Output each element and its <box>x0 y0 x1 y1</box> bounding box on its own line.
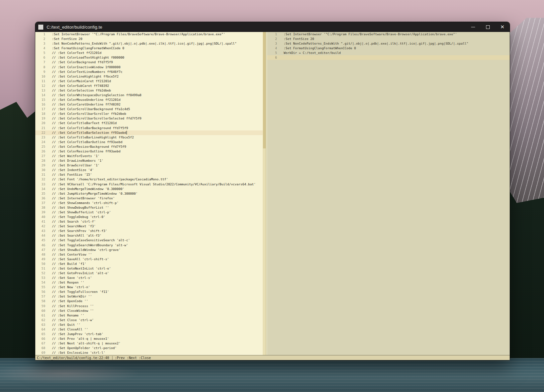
code-line[interactable]: 66// :Set Prev 'alt-q | mousex1' <box>35 336 263 341</box>
code-line[interactable]: 20// :Set ColorTitleBarText ff21201d <box>35 121 263 125</box>
code-line[interactable]: 26// :Set ColorResizerOutline ff93aebd <box>35 149 263 154</box>
status-commands[interactable]: :Prev :Next :Close <box>115 356 151 360</box>
code-line[interactable]: 27// :Set WaitForEvents '1' <box>35 154 263 158</box>
code-line[interactable]: 58// :Set OpenCode '' <box>35 299 263 303</box>
maximize-button[interactable] <box>480 22 495 32</box>
code-line[interactable]: 68// :Set OpenUpFolder 'ctrl-period' <box>35 346 263 350</box>
code-line[interactable]: 6// :Set ColorLoadTextHighlight f000000 <box>35 55 263 60</box>
build-output-pane[interactable]: 1:Set InternetBrowser '"C:/Program Files… <box>267 32 510 355</box>
code-line[interactable]: 45// :Set ToggleCaseSensitiveSearch 'alt… <box>35 238 263 243</box>
code-line[interactable]: 65// :Set JumpPrev 'ctrl-tab' <box>35 332 263 336</box>
line-number: 3 <box>35 41 47 46</box>
scrollbar-thumb[interactable] <box>263 32 266 148</box>
code-line[interactable]: 19// :Set ColorScrollbarScrollerSelected… <box>35 116 263 121</box>
code-line[interactable]: 62// :Set Close 'ctrl-w' <box>35 318 263 322</box>
code-line[interactable]: 12// :Set ColorSubCaret ff748392 <box>35 84 263 88</box>
title-bar[interactable]: C:/text_editor/build/config.te ✕ <box>35 22 510 32</box>
line-number: 40 <box>35 215 47 219</box>
code-line[interactable]: 13// :Set ColorSelection ffb2dbeb <box>35 88 263 93</box>
code-line[interactable]: 5// :Set ColorText ff21201d <box>35 51 263 55</box>
line-text: // :Set InternetBrowser 'firefox' <box>52 196 115 201</box>
line-text: // :Set ToggleDebug 'ctrl-0' <box>52 215 105 219</box>
code-line[interactable]: 7// :Set ColorBackground ffd7f5f9 <box>35 60 263 65</box>
line-number: 5 <box>35 51 47 55</box>
code-line[interactable]: 61// :Set Rename '' <box>35 313 263 318</box>
code-line[interactable]: 14// :Set ColorWhitespaceDuringSelection… <box>35 93 263 98</box>
code-line[interactable]: 31// :Set FontSize '15' <box>35 172 263 177</box>
code-line[interactable]: 43// :Set SearchPrev 'shift-f3' <box>35 229 263 233</box>
code-line[interactable]: 60// :Set CloseWindow '' <box>35 308 263 313</box>
code-line[interactable]: 28// :Set DrawLineNumbers '1' <box>35 158 263 163</box>
code-line[interactable]: 21// :Set ColorTitleBarBackground ffd7f5… <box>35 126 263 130</box>
code-line[interactable]: 44// :Set SearchAll 'alt-f3' <box>35 233 263 238</box>
code-line[interactable]: 48// :Set CenterView '' <box>35 252 263 257</box>
line-text: // :Set JumpHistoryMergeTimeWindow '0.30… <box>52 191 137 196</box>
code-line[interactable]: 1:Set InternetBrowser '"C:/Program Files… <box>267 32 510 37</box>
code-line[interactable]: 29// :Set DrawScrollbar '1' <box>35 163 263 168</box>
code-line[interactable]: 1:Set InternetBrowser '"C:/Program Files… <box>35 32 263 37</box>
code-line[interactable]: 51// :Set GotoNextInList 'ctrl-e' <box>35 266 263 271</box>
code-line[interactable]: 3:Set NonCodePatterns_EndsWith ".git/|.o… <box>35 41 263 46</box>
left-pane-scrollbar[interactable] <box>263 32 266 355</box>
code-line[interactable]: 49// :Set SaveAll 'ctrl-shift-s' <box>35 257 263 262</box>
code-line[interactable]: 41// :Set Search 'ctrl-f' <box>35 219 263 224</box>
code-line[interactable]: 32// :Set Font '/home/krz/text_editor/pa… <box>35 177 263 182</box>
code-line[interactable]: 17// :Set ColorScrollbarBackground ffa1c… <box>35 107 263 111</box>
code-line[interactable]: 56// :Set ToggleFullscreen 'f11' <box>35 290 263 294</box>
code-line[interactable]: 5WorkDir = C:/text_editor/build <box>267 51 510 55</box>
code-line[interactable]: 67// :Set Next 'alt-shift-q | mousex2' <box>35 341 263 346</box>
line-number: 41 <box>35 219 47 224</box>
line-text: // :Set ColorLineHighlight ffbce5f2 <box>52 74 119 79</box>
code-line[interactable]: 38// :Set ShowDebugBufferList '' <box>35 205 263 210</box>
code-line[interactable]: 36// :Set InternetBrowser 'firefox' <box>35 196 263 201</box>
line-number: 43 <box>35 229 47 233</box>
code-line[interactable]: 42// :Set SearchNext 'f3' <box>35 224 263 229</box>
close-button[interactable]: ✕ <box>495 22 510 32</box>
code-line[interactable]: 35// :Set JumpHistoryMergeTimeWindow '0.… <box>35 191 263 196</box>
line-number: 15 <box>35 98 47 102</box>
code-line[interactable]: 4:Set FormatUsingClangFormatWhenCCode 0 <box>35 46 263 51</box>
code-line[interactable]: 4:Set FormatUsingClangFormatWhenCCode 0 <box>267 46 510 51</box>
code-line[interactable]: 25// :Set ColorResizerBackground ffd7f5f… <box>35 144 263 149</box>
minimize-button[interactable] <box>466 22 480 32</box>
line-text: // :Set ColorScrollbarBackground ffa1c4d… <box>52 107 130 111</box>
code-line[interactable]: 47// :Set ShowBuildWindow 'ctrl-grave' <box>35 248 263 252</box>
code-line[interactable]: 23// :Set ColorTitleBarLineHighlight ffb… <box>35 135 263 140</box>
code-line[interactable]: 55// :Set New 'ctrl-n' <box>35 285 263 290</box>
code-line[interactable]: 11// :Set ColorMainCaret ff21201d <box>35 79 263 84</box>
code-line[interactable]: 6 <box>267 55 510 60</box>
code-line[interactable]: 24// :Set ColorTitleBarOutline ff93aebd <box>35 140 263 144</box>
code-line[interactable]: 39// :Set ShowBufferList 'ctrl-p' <box>35 210 263 215</box>
code-line[interactable]: 16// :Set ColorCaretUnderline ff748392 <box>35 102 263 107</box>
code-line[interactable]: 50// :Set Build 'f1' <box>35 262 263 266</box>
line-text: // :Set ToggleFullscreen 'f11' <box>52 290 109 294</box>
code-line[interactable]: 37// :Set ShowCommands 'ctrl-shift-p' <box>35 201 263 205</box>
code-line[interactable]: 22// :Set ColorTitleBarSelection ff93aeb… <box>35 130 263 135</box>
code-line[interactable]: 9// :Set ColorTextLineNumbers ff646f7c <box>35 70 263 74</box>
code-line[interactable]: 30// :Set IndentSize '4' <box>35 168 263 172</box>
code-line[interactable]: 54// :Set Reopen '' <box>35 280 263 285</box>
line-text: // :Set ColorScrollbarScroller ffb2dbeb <box>52 111 126 116</box>
line-number: 67 <box>35 341 47 346</box>
code-line[interactable]: 64// :Set CloseAll '' <box>35 327 263 332</box>
code-line[interactable]: 69// :Set EncloseLine 'ctrl-l' <box>35 350 263 355</box>
code-line[interactable]: 18// :Set ColorScrollbarScroller ffb2dbe… <box>35 111 263 116</box>
line-text: // :Set New 'ctrl-n' <box>52 285 90 290</box>
code-line[interactable]: 52// :Set GotoPrevInList 'alt-e' <box>35 271 263 276</box>
code-line[interactable]: 34// :Set UndoMergeTimeWindow '0.300000' <box>35 187 263 191</box>
code-line[interactable]: 57// :Set SetWorkDir '' <box>35 294 263 299</box>
code-line[interactable]: 2:Set FontSize 20 <box>35 37 263 41</box>
code-line[interactable]: 63// :Set Quit '' <box>35 322 263 327</box>
code-line[interactable]: 40// :Set ToggleDebug 'ctrl-0' <box>35 215 263 219</box>
code-line[interactable]: 33// :Set VCVarsall 'C:/Program Files/Mi… <box>35 182 263 187</box>
config-editor-pane[interactable]: 1:Set InternetBrowser '"C:/Program Files… <box>35 32 263 355</box>
code-line[interactable]: 15// :Set ColorMouseUnderline ff21201d <box>35 98 263 102</box>
code-line[interactable]: 46// :Set ToggleSearchWordBoundary 'alt-… <box>35 243 263 248</box>
code-line[interactable]: 53// :Set Save 'ctrl-s' <box>35 276 263 280</box>
line-number: 52 <box>35 271 47 276</box>
code-line[interactable]: 8// :Set ColorInactiveWindow 1f000000 <box>35 65 263 70</box>
code-line[interactable]: 10// :Set ColorLineHighlight ffbce5f2 <box>35 74 263 79</box>
code-line[interactable]: 2:Set FontSize 20 <box>267 37 510 41</box>
code-line[interactable]: 59// :Set KillProcess '' <box>35 304 263 308</box>
code-line[interactable]: 3:Set NonCodePatterns_EndsWith ".git/|.o… <box>267 41 510 46</box>
